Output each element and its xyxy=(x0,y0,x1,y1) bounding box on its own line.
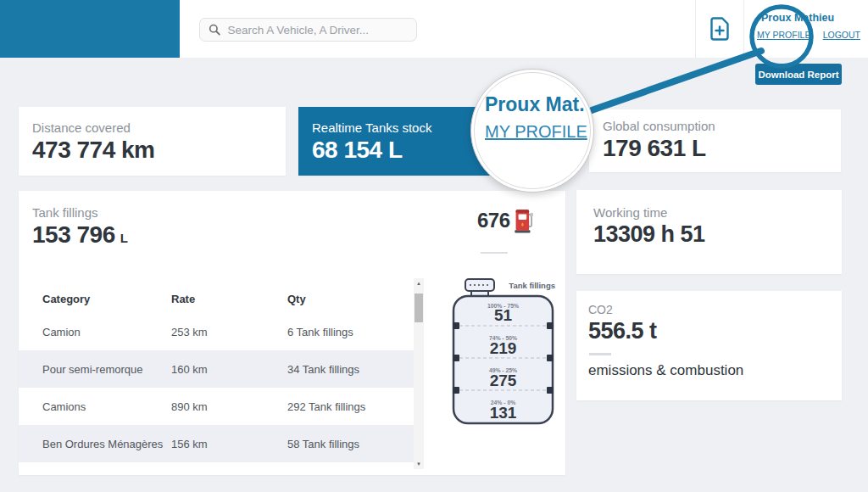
tank-fillings-card: Tank fillings 153 796 L 676 Category Rat… xyxy=(19,191,565,475)
distance-covered-card: Distance covered 473 774 km xyxy=(19,107,286,176)
brand-logo-block[interactable] xyxy=(0,0,180,58)
tank-graphic-title: Tank fillings xyxy=(509,281,555,290)
card-value: 153 796 xyxy=(32,221,115,249)
card-value: 13309 h 51 xyxy=(593,221,842,248)
app-header: Proux Mathieu MY PROFILE LOGOUT xyxy=(0,0,868,58)
my-profile-link[interactable]: MY PROFILE xyxy=(757,30,810,40)
logout-link[interactable]: LOGOUT xyxy=(823,30,860,40)
tank-graphic: Tank fillings 100% - 75% 51 74% - 50% 21… xyxy=(452,274,557,432)
fuel-pump-icon xyxy=(513,208,535,233)
profile-block: Proux Mathieu MY PROFILE LOGOUT xyxy=(757,12,860,40)
card-value: 556.5 t xyxy=(588,318,842,344)
card-label: CO2 xyxy=(588,303,842,316)
tank-section-value: 219 xyxy=(490,339,517,357)
col-header-rate: Rate xyxy=(171,293,287,305)
user-name: Proux Mathieu xyxy=(761,12,860,24)
scroll-down-arrow[interactable]: ▼ xyxy=(416,459,421,469)
category-table: Category Rate Qty Camion 253 km 6 Tank f… xyxy=(19,284,414,462)
co2-divider xyxy=(589,353,611,355)
working-time-card: Working time 13309 h 51 xyxy=(576,190,842,274)
table-row[interactable]: Camions 890 km 292 Tank fillings xyxy=(19,388,414,425)
profile-zoom-callout: Proux Mat. MY PROFILE xyxy=(470,69,594,193)
table-row[interactable]: Ben Ordures Ménagères 156 km 58 Tank fil… xyxy=(19,425,414,462)
header-divider xyxy=(743,0,744,58)
card-label: Working time xyxy=(593,205,842,220)
scrollbar-track[interactable] xyxy=(414,288,424,459)
co2-card: CO2 556.5 t emissions & combustion xyxy=(576,291,842,400)
search-icon xyxy=(209,23,220,36)
co2-subtitle: emissions & combustion xyxy=(588,362,842,379)
counter-underline xyxy=(481,252,508,254)
tank-section-value: 275 xyxy=(490,372,517,389)
header-divider xyxy=(695,0,696,58)
card-label: Global consumption xyxy=(603,119,841,133)
col-header-qty: Qty xyxy=(287,293,414,305)
callout-user-name: Proux Mat. xyxy=(485,93,585,116)
download-report-button[interactable]: Download Report xyxy=(755,64,842,85)
tank-section-value: 131 xyxy=(490,404,517,422)
global-search[interactable] xyxy=(199,18,417,42)
callout-my-profile-link[interactable]: MY PROFILE xyxy=(485,122,587,142)
add-document-icon[interactable] xyxy=(709,16,731,42)
table-row[interactable]: Camion 253 km 6 Tank fillings xyxy=(19,313,414,350)
table-scrollbar[interactable]: ▲ ▼ xyxy=(414,278,424,469)
scroll-up-arrow[interactable]: ▲ xyxy=(416,278,421,288)
table-row[interactable]: Pour semi-remorque 160 km 34 Tank fillin… xyxy=(19,350,414,388)
card-value: 473 774 km xyxy=(32,137,286,164)
card-value: 179 631 L xyxy=(603,135,841,162)
card-label: Distance covered xyxy=(32,120,286,135)
scrollbar-thumb[interactable] xyxy=(415,294,423,322)
global-consumption-card: Global consumption 179 631 L xyxy=(589,109,841,172)
card-unit: L xyxy=(120,231,128,245)
search-input[interactable] xyxy=(227,24,408,36)
table-header-row: Category Rate Qty xyxy=(19,284,414,313)
col-header-category: Category xyxy=(19,293,171,305)
tank-section-value: 51 xyxy=(494,306,513,324)
tank-fillings-count: 676 xyxy=(477,209,510,232)
